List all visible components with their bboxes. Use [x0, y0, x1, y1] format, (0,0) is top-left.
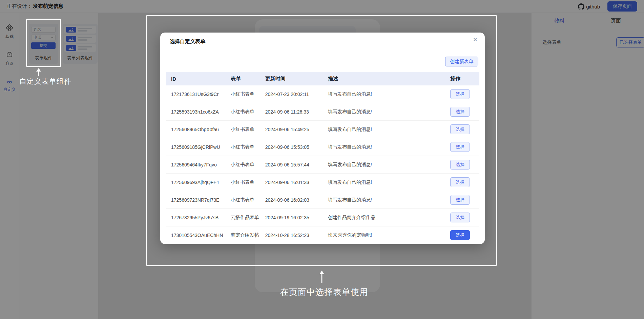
select-form-button[interactable]: 选择	[450, 124, 470, 134]
cell-id: 1725609464Iky7Fqvo	[166, 162, 225, 167]
table-row: 1726732955PyJv67sB云搭作品表单2024-09-19 16:02…	[166, 209, 479, 226]
cell-desc: 填写发布自己的消息!	[323, 197, 445, 203]
select-form-button[interactable]: 选择	[450, 213, 470, 222]
select-form-button[interactable]: 选择	[450, 142, 470, 152]
spotlight-form-component	[26, 19, 61, 67]
cell-updated: 2024-09-19 16:02:35	[260, 215, 323, 220]
cell-form: 小红书表单	[225, 126, 260, 133]
cell-id: 1725593193h1co6xZA	[166, 109, 225, 115]
cell-id: 1730105543OAuEChHN	[166, 233, 225, 238]
cell-updated: 2024-09-06 16:01:33	[260, 180, 323, 185]
cell-updated: 2024-09-06 15:53:05	[260, 144, 323, 150]
cell-form: 小红书表单	[225, 162, 260, 168]
col-header-id: ID	[166, 76, 225, 82]
select-form-button[interactable]: 选择	[450, 195, 470, 205]
form-table-body: 1721736131UsG3t9Cr小红书表单2024-07-23 20:02:…	[166, 85, 479, 244]
cell-id: 1725608965OhpX0fa6	[166, 127, 225, 132]
cell-form: 萌宠介绍发帖	[225, 232, 260, 238]
table-header: ID 表单 更新时间 描述 操作	[166, 72, 479, 85]
col-header-form: 表单	[225, 76, 260, 82]
table-row: 1725608965OhpX0fa6小红书表单2024-09-06 15:49:…	[166, 121, 479, 138]
select-form-button[interactable]: 选择	[450, 230, 470, 240]
col-header-updated: 更新时间	[260, 76, 323, 82]
select-form-button[interactable]: 选择	[450, 160, 470, 170]
callout-arrow-up-icon	[35, 68, 42, 76]
cell-form: 小红书表单	[225, 179, 260, 185]
callout-arrow-up-icon	[318, 271, 326, 283]
cell-updated: 2024-09-06 15:49:25	[260, 127, 323, 132]
cell-desc: 填写发布自己的消息!	[323, 162, 445, 168]
page-builder-app: 正在设计：发布萌宠信息 github 保存页面	[0, 0, 644, 319]
cell-id: 1725609185GjCRlPwU	[166, 144, 225, 150]
cell-form: 小红书表单	[225, 91, 260, 97]
close-icon[interactable]: ×	[473, 36, 477, 43]
cell-desc: 填写发布自己的消息!	[323, 109, 445, 115]
cell-desc: 填写发布自己的消息!	[323, 179, 445, 185]
table-row: 1730105543OAuEChHN萌宠介绍发帖2024-10-28 16:52…	[166, 226, 479, 244]
cell-updated: 2024-09-06 15:57:44	[260, 162, 323, 167]
cell-id: 1725609693AjhqQFE1	[166, 180, 225, 185]
cell-updated: 2024-10-28 16:52:23	[260, 233, 323, 238]
table-row: 1725593193h1co6xZA小红书表单2024-09-06 11:26:…	[166, 103, 479, 121]
cell-desc: 填写发布自己的消息!	[323, 91, 445, 97]
cell-desc: 创建作品简介介绍作品	[323, 215, 445, 221]
cell-updated: 2024-09-06 16:02:03	[260, 197, 323, 203]
cell-desc: 填写发布自己的消息!	[323, 144, 445, 150]
cell-id: 1726732955PyJv67sB	[166, 215, 225, 220]
table-row: 1725609464Iky7Fqvo小红书表单2024-09-06 15:57:…	[166, 156, 479, 174]
component-callout-text: 自定义表单组件	[19, 77, 71, 86]
cell-id: 1725609723NR7qI73E	[166, 197, 225, 203]
select-form-modal: 选择自定义表单 × 创建新表单 ID 表单 更新时间 描述 操作 1721736…	[160, 33, 485, 244]
table-row: 1721736131UsG3t9Cr小红书表单2024-07-23 20:02:…	[166, 85, 479, 103]
table-row: 1725609693AjhqQFE1小红书表单2024-09-06 16:01:…	[166, 174, 479, 191]
canvas-callout-text: 在页面中选择表单使用	[255, 286, 394, 298]
cell-form: 云搭作品表单	[225, 215, 260, 221]
create-form-button[interactable]: 创建新表单	[445, 57, 478, 66]
cell-desc: 填写发布自己的消息!	[323, 126, 445, 133]
select-form-button[interactable]: 选择	[450, 89, 470, 99]
modal-title: 选择自定义表单	[170, 38, 205, 45]
forms-table: ID 表单 更新时间 描述 操作 1721736131UsG3t9Cr小红书表单…	[166, 72, 479, 244]
table-row: 1725609723NR7qI73E小红书表单2024-09-06 16:02:…	[166, 191, 479, 209]
cell-form: 小红书表单	[225, 109, 260, 115]
select-form-button[interactable]: 选择	[450, 177, 470, 187]
col-header-action: 操作	[445, 76, 479, 82]
cell-desc: 快来秀秀你的宠物吧!	[323, 232, 445, 238]
col-header-desc: 描述	[323, 76, 445, 82]
cell-updated: 2024-09-06 11:26:33	[260, 109, 323, 115]
cell-form: 小红书表单	[225, 144, 260, 150]
table-row: 1725609185GjCRlPwU小红书表单2024-09-06 15:53:…	[166, 138, 479, 156]
cell-updated: 2024-07-23 20:02:11	[260, 92, 323, 97]
select-form-button[interactable]: 选择	[450, 107, 470, 117]
cell-form: 小红书表单	[225, 197, 260, 203]
cell-id: 1721736131UsG3t9Cr	[166, 92, 225, 97]
